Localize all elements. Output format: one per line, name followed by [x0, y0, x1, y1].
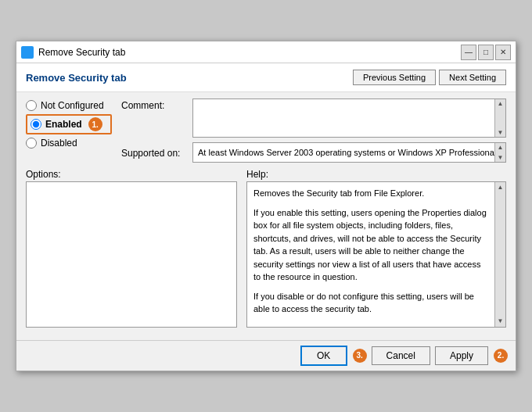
not-configured-label: Not Configured [41, 100, 104, 111]
dialog-title: Remove Security tab [26, 72, 127, 84]
maximize-button[interactable]: □ [478, 45, 494, 60]
options-panel [26, 181, 237, 328]
disabled-label: Disabled [41, 138, 77, 149]
next-setting-button[interactable]: Next Setting [439, 70, 506, 85]
step-3-container: OK 3. [300, 346, 367, 366]
supported-value: At least Windows Server 2003 operating s… [198, 148, 496, 157]
step-3-badge: 3. [353, 349, 367, 363]
not-configured-radio[interactable] [26, 100, 37, 111]
ok-label: OK [317, 350, 330, 361]
apply-label: Apply [450, 350, 473, 361]
apply-button[interactable]: Apply [435, 346, 488, 365]
help-label: Help: [246, 169, 268, 180]
right-section: Comment: ▲ ▼ Supported on: At least Wind… [121, 99, 506, 163]
not-configured-option[interactable]: Not Configured [26, 100, 112, 111]
dialog-body: Not Configured Enabled 1. Disabled [16, 92, 516, 340]
disabled-option[interactable]: Disabled [26, 138, 112, 149]
title-bar: Remove Security tab — □ ✕ [16, 41, 516, 63]
title-controls: — □ ✕ [461, 45, 511, 60]
bottom-bar: OK 3. Cancel Apply 2. [16, 340, 516, 371]
middle-section: Removes the Security tab from File Explo… [26, 181, 506, 328]
radio-group: Not Configured Enabled 1. Disabled [26, 99, 112, 163]
cancel-button[interactable]: Cancel [372, 346, 430, 365]
supported-scrollbar[interactable]: ▲ ▼ [494, 143, 505, 162]
options-label: Options: [26, 169, 61, 180]
previous-setting-button[interactable]: Previous Setting [353, 70, 436, 85]
supported-scroll-up[interactable]: ▲ [498, 144, 504, 151]
help-para3: If you disable or do not configure this … [253, 290, 487, 316]
help-para2: If you enable this setting, users openin… [253, 206, 487, 284]
help-scroll-up[interactable]: ▲ [498, 183, 504, 192]
supported-row: Supported on: At least Windows Server 20… [121, 142, 506, 163]
options-section-label: Options: [26, 169, 237, 180]
supported-box: At least Windows Server 2003 operating s… [192, 142, 506, 163]
comment-row: Comment: ▲ ▼ [121, 99, 506, 138]
title-bar-text: Remove Security tab [38, 47, 456, 58]
disabled-radio[interactable] [26, 138, 37, 149]
enabled-option-container: Enabled 1. [26, 114, 112, 134]
help-section-label: Help: [246, 169, 506, 180]
window-icon [21, 46, 34, 59]
scroll-down-arrow[interactable]: ▼ [498, 129, 504, 136]
minimize-button[interactable]: — [461, 45, 476, 60]
enabled-option[interactable]: Enabled 1. [31, 117, 107, 131]
ok-button[interactable]: OK [300, 346, 347, 366]
dialog-header: Remove Security tab Previous Setting Nex… [16, 63, 516, 92]
close-button[interactable]: ✕ [495, 45, 511, 60]
comment-scrollbar[interactable]: ▲ ▼ [494, 99, 505, 137]
enabled-label: Enabled [45, 119, 82, 130]
comment-textarea[interactable] [193, 99, 505, 137]
section-labels: Options: Help: [26, 169, 506, 180]
help-scroll-down[interactable]: ▼ [498, 317, 504, 326]
step-2-container: Apply 2. [435, 346, 508, 365]
dialog-window: Remove Security tab — □ ✕ Remove Securit… [16, 41, 516, 371]
help-scrollbar[interactable]: ▲ ▼ [494, 182, 505, 327]
enabled-radio[interactable] [31, 119, 41, 130]
help-text-content: Removes the Security tab from File Explo… [253, 187, 499, 316]
comment-label: Comment: [121, 99, 188, 111]
step-2-badge: 2. [494, 349, 508, 363]
top-section: Not Configured Enabled 1. Disabled [26, 99, 506, 163]
supported-scroll-down[interactable]: ▼ [498, 154, 504, 161]
scroll-up-arrow[interactable]: ▲ [498, 100, 504, 107]
comment-box[interactable]: ▲ ▼ [192, 99, 506, 138]
supported-label: Supported on: [121, 146, 188, 159]
help-line1: Removes the Security tab from File Explo… [253, 187, 487, 200]
step-1-badge: 1. [88, 117, 102, 131]
help-panel: Removes the Security tab from File Explo… [246, 181, 506, 328]
navigation-buttons: Previous Setting Next Setting [353, 70, 506, 85]
